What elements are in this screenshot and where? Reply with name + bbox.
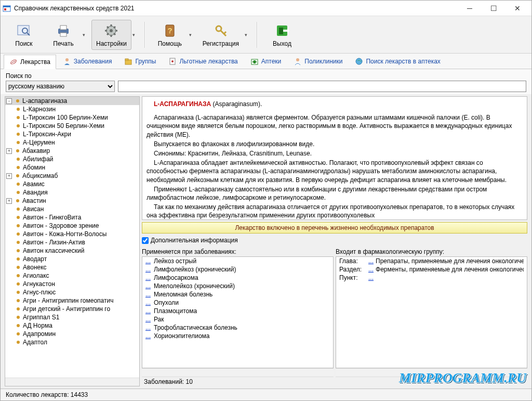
toolbar-settings-button[interactable]: Настройки — [91, 20, 131, 50]
tree-item[interactable]: Авитон - Лизин-Актив — [5, 238, 139, 247]
tree-item[interactable]: L-Тироксин 100 Берлин-Хеми — [5, 113, 139, 122]
diseases-list[interactable]: ...Лейкоз острый...Лимфолейкоз (хроничес… — [142, 256, 334, 368]
tree-item[interactable]: Авандия — [5, 188, 139, 197]
search-type-select[interactable]: русскому названию — [6, 81, 115, 92]
tree-item[interactable]: Авитон - Здоровое зрение — [5, 222, 139, 230]
tab-groups[interactable]: Группы — [118, 54, 162, 69]
toolbar-print-button[interactable]: Печать — [45, 20, 82, 50]
key-icon — [212, 22, 229, 39]
link-dots[interactable]: ... — [145, 257, 151, 265]
svg-line-17 — [114, 27, 115, 28]
tree-item[interactable]: АД Норма — [5, 321, 139, 330]
tree-item-label: Авитон классический — [23, 247, 84, 254]
disease-item[interactable]: ...Хорионэпителиома — [142, 332, 333, 340]
extra-info-checkbox[interactable]: Дополнительная информация — [142, 236, 527, 245]
tree-item[interactable]: Авамис — [5, 180, 139, 188]
link-dots[interactable]: ... — [145, 291, 151, 298]
tree-item[interactable]: +Абциксимаб — [5, 172, 139, 180]
disease-item[interactable]: ...Лимфолейкоз (хронический) — [142, 265, 333, 274]
tree-item[interactable]: Адапромин — [5, 330, 139, 338]
collapse-icon[interactable]: - — [6, 98, 12, 104]
tree-item[interactable]: Абомин — [5, 163, 139, 172]
toolbar-search-button[interactable]: Поиск — [6, 20, 42, 50]
link-dots[interactable]: ... — [368, 274, 374, 281]
tree-item[interactable]: Ависан — [5, 205, 139, 213]
group-list[interactable]: Глава:...Препараты, применяемые для лече… — [336, 256, 527, 368]
link-dots[interactable]: ... — [368, 266, 374, 273]
tree-item[interactable]: Агнус-плюс — [5, 288, 139, 296]
link-dots[interactable]: ... — [145, 324, 151, 331]
tree-item[interactable]: Агнукастон — [5, 280, 139, 288]
tree-item[interactable]: L-Тироксин-Акри — [5, 130, 139, 138]
expand-icon[interactable]: + — [6, 173, 12, 179]
tree-item[interactable]: Аводарт — [5, 255, 139, 263]
tree-hscroll[interactable] — [5, 378, 139, 386]
link-dots[interactable]: ... — [145, 307, 151, 315]
tab-pharmacies[interactable]: Аптеки — [245, 54, 287, 69]
chevron-down-icon[interactable]: ▾ — [245, 32, 247, 37]
svg-rect-2 — [4, 8, 6, 10]
tree-item[interactable]: L-Тироксин 50 Берлин-Хеми — [5, 122, 139, 130]
expand-icon[interactable]: + — [6, 148, 12, 154]
link-dots[interactable]: ... — [145, 266, 151, 273]
bullet-icon — [16, 174, 19, 177]
chevron-down-icon[interactable]: ▾ — [132, 32, 135, 37]
tab-privileged[interactable]: Льготные лекарства — [163, 54, 243, 69]
tree-item[interactable]: Агри - Антигриппин гомеопатич — [5, 296, 139, 305]
disease-item[interactable]: ...Миелолейкоз (хронический) — [142, 282, 333, 290]
disease-item[interactable]: ...Опухоли — [142, 299, 333, 307]
bullet-icon — [17, 141, 20, 144]
chevron-down-icon[interactable]: ▾ — [189, 32, 192, 37]
tree-item[interactable]: Агри детский - Антигриппин го — [5, 305, 139, 313]
link-dots[interactable]: ... — [145, 299, 151, 306]
tab-diseases[interactable]: Заболевания — [57, 54, 118, 69]
tree-item[interactable]: Авитон - ГинкгоВита — [5, 213, 139, 222]
toolbar-exit-button[interactable]: Выход — [264, 20, 300, 50]
tree-item[interactable]: Агиолакс — [5, 271, 139, 280]
tree-item[interactable]: Авитон классический — [5, 247, 139, 255]
tree-item-label: Агнукастон — [23, 280, 55, 288]
disease-item[interactable]: ...Рак — [142, 315, 333, 324]
link-dots[interactable]: ... — [145, 274, 151, 281]
tree-item[interactable]: +Абакавир — [5, 147, 139, 155]
disease-item[interactable]: ...Лейкоз острый — [142, 257, 333, 265]
link-dots[interactable]: ... — [145, 316, 151, 323]
svg-line-18 — [107, 33, 109, 35]
link-dots[interactable]: ... — [145, 332, 151, 340]
close-button[interactable]: ✕ — [506, 1, 529, 16]
bullet-icon — [17, 124, 20, 127]
chevron-down-icon[interactable]: ▾ — [83, 32, 85, 37]
svg-point-36 — [356, 58, 362, 64]
tree-item[interactable]: А-Церумен — [5, 138, 139, 147]
link-dots[interactable]: ... — [145, 282, 151, 290]
tree-item[interactable]: Адаптол — [5, 338, 139, 346]
tree-item[interactable]: L-Карнозин — [5, 105, 139, 113]
tab-pharmsearch[interactable]: Поиск лекарств в аптеках — [349, 54, 446, 69]
exit-icon — [274, 22, 290, 39]
tree-item[interactable]: Авонекс — [5, 263, 139, 271]
toolbar-help-button[interactable]: ? Помощь — [152, 20, 188, 50]
disease-item[interactable]: ...Трофобластическая болезнь — [142, 324, 333, 332]
drug-tree[interactable]: -L-аспарагиназаL-КарнозинL-Тироксин 100 … — [5, 97, 139, 378]
group-hscroll[interactable] — [336, 368, 527, 377]
tab-drugs[interactable]: Лекарства — [4, 55, 56, 69]
expand-icon[interactable]: + — [6, 198, 12, 204]
minimize-button[interactable]: ─ — [458, 1, 482, 16]
link-dots[interactable]: ... — [368, 257, 374, 265]
description-box[interactable]: L-АСПАРАГИНАЗА (Asparaginasum). Аспараги… — [142, 96, 527, 220]
diseases-hscroll[interactable] — [142, 368, 334, 377]
tree-item[interactable]: -L-аспарагиназа — [5, 97, 139, 105]
disease-item[interactable]: ...Лимфосаркома — [142, 274, 333, 282]
tree-item[interactable]: Агриппал S1 — [5, 313, 139, 321]
maximize-button[interactable]: ☐ — [482, 1, 506, 16]
tree-item[interactable]: Авитон - Кожа-Ногти-Волосы — [5, 230, 139, 238]
tab-clinics[interactable]: Поликлиники — [288, 54, 348, 69]
disease-item[interactable]: ...Плазмоцитома — [142, 307, 333, 315]
tree-item-label: Агри детский - Антигриппин го — [23, 305, 110, 313]
toolbar-register-button[interactable]: Регистрация — [198, 20, 244, 50]
disease-item[interactable]: ...Миеломная болезнь — [142, 290, 333, 299]
search-input[interactable] — [118, 81, 526, 92]
bullet-icon — [17, 108, 20, 111]
tree-item[interactable]: Абилифай — [5, 155, 139, 163]
tree-item[interactable]: +Авастин — [5, 197, 139, 205]
